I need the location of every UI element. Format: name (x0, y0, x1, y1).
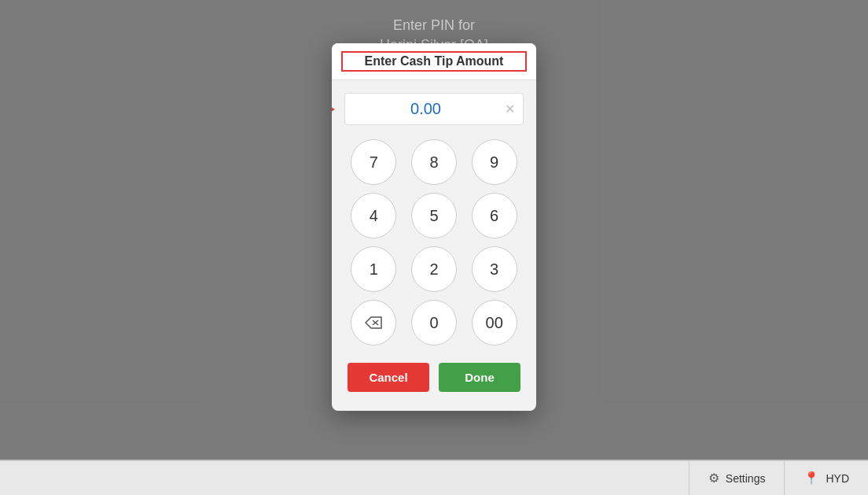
done-button[interactable]: Done (439, 363, 520, 392)
numpad-key-7[interactable]: 7 (351, 139, 396, 185)
location-label: HYD (826, 472, 849, 485)
location-button[interactable]: 📍 HYD (784, 461, 868, 495)
settings-label: Settings (726, 472, 766, 485)
settings-icon: ⚙ (708, 471, 719, 486)
numpad-key-9[interactable]: 9 (472, 139, 517, 185)
clear-amount-button[interactable]: ✕ (505, 102, 515, 116)
numpad: 7 8 9 4 5 6 1 2 3 0 00 (332, 131, 536, 353)
modal-header: Enter Cash Tip Amount (332, 43, 536, 80)
arrow-head (332, 105, 335, 113)
numpad-key-2[interactable]: 2 (411, 246, 457, 292)
bottom-bar: ⚙ Settings 📍 HYD (0, 460, 868, 495)
numpad-key-00[interactable]: 00 (472, 300, 517, 345)
amount-row: 0.00 ✕ (344, 93, 524, 125)
amount-input-wrapper[interactable]: 0.00 ✕ (344, 93, 524, 125)
input-arrow (332, 105, 335, 113)
numpad-key-5[interactable]: 5 (411, 193, 457, 238)
numpad-backspace[interactable] (351, 300, 396, 345)
numpad-key-0[interactable]: 0 (411, 300, 457, 345)
cancel-button[interactable]: Cancel (348, 363, 429, 392)
amount-display: 0.00 (353, 100, 498, 118)
cash-tip-modal: Enter Cash Tip Amount 0.00 ✕ 7 8 9 4 5 6… (332, 43, 536, 411)
numpad-key-1[interactable]: 1 (351, 246, 396, 292)
modal-title: Enter Cash Tip Amount (344, 54, 524, 68)
numpad-key-3[interactable]: 3 (472, 246, 517, 292)
numpad-key-6[interactable]: 6 (472, 193, 517, 238)
action-buttons: Cancel Done (332, 353, 536, 392)
numpad-key-8[interactable]: 8 (411, 139, 457, 185)
numpad-key-4[interactable]: 4 (351, 193, 396, 238)
settings-button[interactable]: ⚙ Settings (689, 461, 785, 495)
location-icon: 📍 (804, 471, 819, 486)
